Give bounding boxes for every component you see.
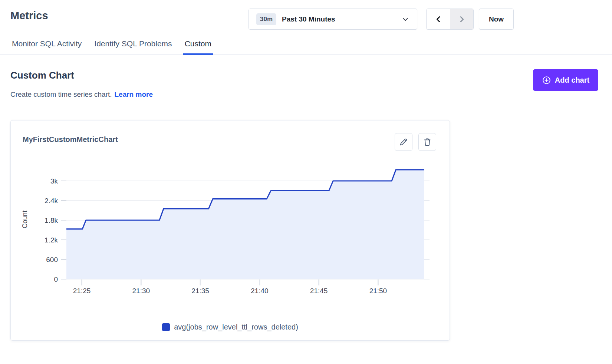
add-chart-button[interactable]: Add chart: [533, 69, 598, 91]
tab-monitor-sql-activity[interactable]: Monitor SQL Activity: [10, 37, 83, 54]
section-subtitle: Create custom time series chart.Learn mo…: [10, 90, 153, 99]
tab-identify-sql-problems[interactable]: Identify SQL Problems: [93, 37, 173, 54]
svg-text:2.4k: 2.4k: [45, 197, 58, 205]
next-time-button[interactable]: [450, 9, 473, 29]
time-window-label: Past 30 Minutes: [282, 15, 401, 23]
edit-chart-button[interactable]: [395, 133, 412, 151]
chevron-right-icon: [458, 15, 466, 23]
trash-icon: [422, 137, 432, 147]
time-pager: [426, 9, 474, 30]
custom-chart-card: MyFirstCustomMetricChart Count 06001.2k1…: [10, 120, 450, 341]
card-divider: [22, 315, 438, 315]
time-window-selector[interactable]: 30m Past 30 Minutes: [249, 9, 417, 30]
delete-chart-button[interactable]: [418, 133, 436, 151]
svg-text:21:35: 21:35: [191, 287, 209, 295]
tab-custom[interactable]: Custom: [183, 37, 213, 54]
chevron-left-icon: [434, 15, 442, 23]
svg-text:1.8k: 1.8k: [45, 216, 58, 224]
section-subtitle-text: Create custom time series chart.: [10, 90, 112, 98]
y-axis-label: Count: [21, 211, 29, 228]
svg-text:21:25: 21:25: [73, 287, 91, 295]
chevron-down-icon: [401, 15, 409, 23]
svg-text:21:50: 21:50: [369, 287, 387, 295]
svg-text:1.2k: 1.2k: [45, 236, 58, 244]
custom-chart-svg: Count 06001.2k1.8k2.4k3k21:2521:3021:352…: [11, 120, 450, 298]
svg-text:600: 600: [46, 256, 58, 264]
pencil-icon: [399, 137, 408, 147]
svg-text:0: 0: [54, 275, 58, 283]
chart-plot-area[interactable]: [66, 160, 424, 279]
learn-more-link[interactable]: Learn more: [114, 90, 152, 98]
page-title: Metrics: [10, 10, 48, 22]
add-chart-label: Add chart: [555, 76, 589, 85]
time-window-badge: 30m: [256, 13, 276, 25]
svg-text:21:40: 21:40: [251, 287, 269, 295]
tab-bar: Monitor SQL Activity Identify SQL Proble…: [0, 37, 612, 55]
chart-title: MyFirstCustomMetricChart: [23, 135, 118, 144]
svg-text:3k: 3k: [50, 177, 58, 185]
legend-swatch: [162, 323, 170, 331]
legend-label: avg(jobs_row_level_ttl_rows_deleted): [174, 323, 298, 331]
plus-circle-icon: [542, 76, 551, 85]
section-title: Custom Chart: [10, 70, 74, 81]
svg-text:21:30: 21:30: [132, 287, 150, 295]
now-button[interactable]: Now: [479, 9, 514, 30]
chart-legend: avg(jobs_row_level_ttl_rows_deleted): [11, 323, 450, 331]
svg-text:21:45: 21:45: [310, 287, 328, 295]
prev-time-button[interactable]: [427, 9, 450, 29]
